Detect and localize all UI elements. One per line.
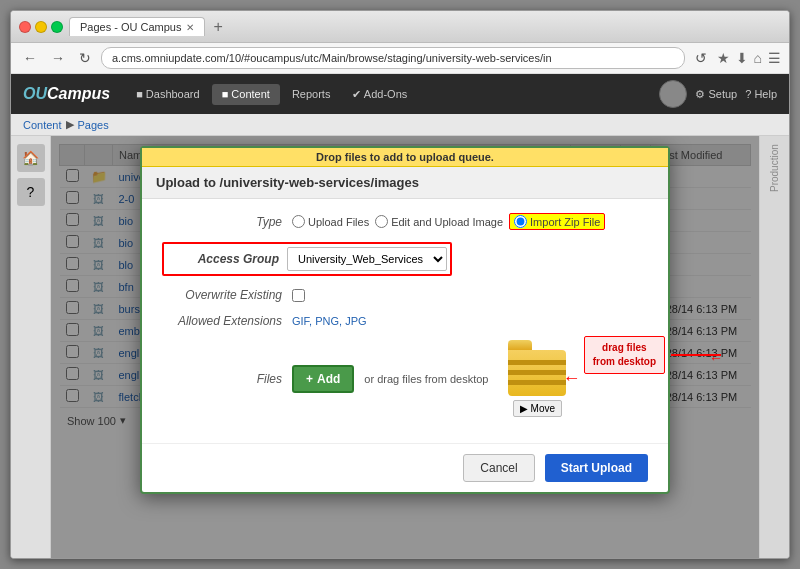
zip-stripe-3 [508, 380, 566, 385]
tab-close-icon[interactable]: ✕ [186, 22, 194, 33]
close-btn[interactable] [19, 21, 31, 33]
left-sidebar: 🏠 ? [11, 136, 51, 558]
zip-stripe-2 [508, 370, 566, 375]
folder-body [508, 350, 566, 396]
help-link[interactable]: ? Help [745, 88, 777, 100]
radio-import-zip-input[interactable] [514, 215, 527, 228]
add-button[interactable]: + Add [292, 365, 354, 393]
nav-reports[interactable]: Reports [282, 84, 341, 105]
access-group-wrapper: Access Group University_Web_Services [162, 242, 452, 276]
content-area: Name Last Modified 📁 university [51, 136, 759, 558]
annotation-arrow-line: ← [671, 354, 721, 356]
files-row: Files + Add or drag files from desktop [162, 340, 648, 417]
browser-toolbar-icons: ★ ⬇ ⌂ ☰ [717, 50, 781, 66]
overwrite-checkbox[interactable] [292, 289, 305, 302]
modal-footer: Cancel Start Upload [142, 443, 668, 492]
forward-button[interactable]: → [47, 48, 69, 68]
files-label: Files [162, 372, 282, 386]
refresh-icon[interactable]: ↺ [691, 48, 711, 68]
maximize-btn[interactable] [51, 21, 63, 33]
active-tab[interactable]: Pages - OU Campus ✕ [69, 17, 205, 36]
nav-addons[interactable]: ✔ Add-Ons [342, 84, 417, 105]
overwrite-row: Overwrite Existing [162, 288, 648, 302]
overwrite-label: Overwrite Existing [162, 288, 282, 302]
upload-modal: Drop files to add to upload queue. Uploa… [140, 146, 670, 494]
nav-menu: ■ Dashboard ■ Content Reports ✔ Add-Ons [126, 84, 643, 105]
minimize-btn[interactable] [35, 21, 47, 33]
browser-toolbar: ← → ↻ ↺ ★ ⬇ ⌂ ☰ [11, 43, 789, 74]
address-bar[interactable] [101, 47, 685, 69]
browser-window: Pages - OU Campus ✕ + ← → ↻ ↺ ★ ⬇ ⌂ ☰ OU… [10, 10, 790, 559]
settings-icon[interactable]: ☰ [768, 50, 781, 66]
type-row: Type Upload Files Edit and Upload Image … [162, 213, 648, 230]
type-label: Type [162, 215, 282, 229]
drag-label: or drag files from desktop [364, 373, 488, 385]
add-label: Add [317, 372, 340, 386]
new-tab-icon[interactable]: + [209, 18, 226, 36]
radio-import-zip[interactable]: Import Zip File [509, 213, 605, 230]
sidebar-question-icon[interactable]: ? [17, 178, 45, 206]
drop-banner-text: Drop files to add to upload queue. [316, 151, 494, 163]
reload-button[interactable]: ↻ [75, 48, 95, 68]
breadcrumb-content[interactable]: Content [23, 119, 62, 131]
extensions-row: Allowed Extensions GIF, PNG, JPG [162, 314, 648, 328]
type-controls: Upload Files Edit and Upload Image Impor… [292, 213, 648, 230]
add-plus-icon: + [306, 372, 313, 386]
nav-content[interactable]: ■ Content [212, 84, 280, 105]
access-group-row: Access Group University_Web_Services [162, 242, 648, 276]
modal-body: Type Upload Files Edit and Upload Image … [142, 199, 668, 443]
modal-overlay: Drop files to add to upload queue. Uploa… [51, 136, 759, 558]
user-avatar [659, 80, 687, 108]
sidebar-home-icon[interactable]: 🏠 [17, 144, 45, 172]
app-logo: OUCampus [23, 85, 110, 103]
breadcrumb-pages[interactable]: Pages [78, 119, 109, 131]
zip-stripe-1 [508, 360, 566, 365]
extensions-value: GIF, PNG, JPG [292, 315, 367, 327]
move-button[interactable]: ▶ Move [513, 400, 562, 417]
main-area: 🏠 ? Name Last Modified [11, 136, 789, 558]
cancel-button[interactable]: Cancel [463, 454, 534, 482]
setup-link[interactable]: ⚙ Setup [695, 88, 737, 101]
window-controls [19, 21, 63, 33]
annotation-area: drag filesfrom desktop ← [584, 336, 721, 374]
header-right: ⚙ Setup ? Help [659, 80, 777, 108]
breadcrumb-sep: ▶ [66, 118, 74, 131]
browser-titlebar: Pages - OU Campus ✕ + [11, 11, 789, 43]
radio-upload-files-input[interactable] [292, 215, 305, 228]
app-header: OUCampus ■ Dashboard ■ Content Reports ✔… [11, 74, 789, 114]
modal-title: Upload to /university-web-services/image… [156, 175, 419, 190]
start-upload-button[interactable]: Start Upload [545, 454, 648, 482]
zip-folder-area: ← ▶ Move [508, 340, 566, 417]
radio-edit-upload[interactable]: Edit and Upload Image [375, 215, 503, 228]
overwrite-controls [292, 289, 648, 302]
back-button[interactable]: ← [19, 48, 41, 68]
production-label: Production [769, 140, 780, 200]
extensions-label: Allowed Extensions [162, 314, 282, 328]
radio-upload-files[interactable]: Upload Files [292, 215, 369, 228]
bookmark-icon[interactable]: ★ [717, 50, 730, 66]
right-sidebar: Production [759, 136, 789, 558]
tab-bar: Pages - OU Campus ✕ + [69, 17, 781, 36]
radio-edit-upload-input[interactable] [375, 215, 388, 228]
import-zip-label: Import Zip File [530, 216, 600, 228]
zip-icon: ← [508, 340, 566, 396]
folder-tab [508, 340, 532, 350]
arrow-icon: ← [562, 368, 580, 389]
access-group-select[interactable]: University_Web_Services [287, 247, 447, 271]
nav-dashboard[interactable]: ■ Dashboard [126, 84, 210, 105]
access-group-label: Access Group [167, 250, 287, 268]
breadcrumb: Content ▶ Pages [11, 114, 789, 136]
tab-title: Pages - OU Campus [80, 21, 181, 33]
annotation-arrowhead: ← [709, 350, 723, 366]
home-icon[interactable]: ⌂ [754, 50, 762, 66]
extensions-controls: GIF, PNG, JPG [292, 315, 648, 327]
drop-banner: Drop files to add to upload queue. [142, 148, 668, 167]
modal-header: Upload to /university-web-services/image… [142, 167, 668, 199]
annotation-label: drag filesfrom desktop [584, 336, 665, 374]
download-icon[interactable]: ⬇ [736, 50, 748, 66]
